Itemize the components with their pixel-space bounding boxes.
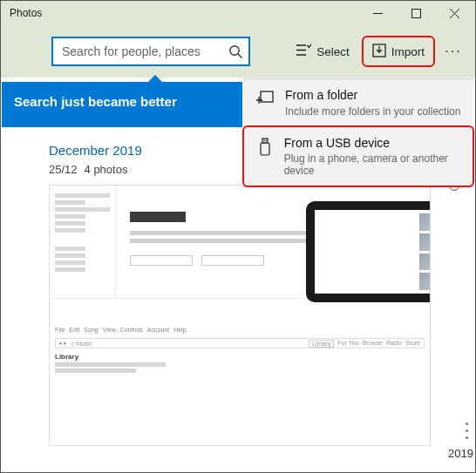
svg-rect-6: [263, 139, 264, 141]
search-icon[interactable]: [223, 44, 248, 59]
minimize-button[interactable]: [358, 1, 397, 25]
search-input[interactable]: [53, 44, 223, 58]
select-label: Select: [316, 45, 350, 58]
svg-rect-3: [261, 91, 273, 102]
photo-count: 4 photos: [85, 163, 128, 176]
tooltip-arrow-icon: [147, 75, 163, 83]
menu-item-sublabel: Plug in a phone, camera or another devic…: [284, 152, 460, 177]
select-icon: [296, 44, 311, 59]
timeline-scrubber[interactable]: [445, 180, 465, 462]
menu-item-label: From a USB device: [284, 136, 460, 152]
photos-window: Photos Select: [0, 0, 476, 473]
app-toolbar: Select Import ···: [1, 25, 475, 78]
svg-rect-4: [262, 139, 268, 143]
maximize-button[interactable]: [397, 1, 435, 25]
timeline-dots-icon: [466, 422, 468, 439]
search-tip-headline: Search just became better: [14, 94, 230, 109]
title-bar: Photos: [1, 1, 475, 25]
menu-item-label: From a folder: [285, 88, 460, 104]
usb-icon: [256, 136, 274, 157]
import-from-folder[interactable]: From a folder Include more folders in yo…: [243, 79, 473, 126]
laptop-image: [306, 201, 431, 302]
import-from-usb[interactable]: From a USB device Plug in a phone, camer…: [242, 125, 474, 188]
more-button[interactable]: ···: [439, 44, 468, 59]
menu-item-sublabel: Include more folders in your collection: [285, 105, 460, 118]
svg-rect-7: [265, 139, 266, 141]
svg-rect-0: [411, 9, 420, 17]
folder-add-icon: [255, 88, 275, 105]
date-value: 25/12: [49, 163, 78, 176]
import-menu: From a folder Include more folders in yo…: [243, 78, 473, 187]
timeline-year[interactable]: 2019: [448, 447, 473, 460]
search-tip-banner: Search just became better: [2, 82, 242, 127]
window-title: Photos: [10, 7, 358, 19]
select-button[interactable]: Select: [288, 36, 358, 67]
search-box[interactable]: [51, 37, 250, 66]
svg-rect-5: [261, 143, 269, 155]
import-icon: [372, 44, 386, 60]
import-label: Import: [391, 45, 425, 58]
import-button[interactable]: Import: [362, 36, 435, 67]
svg-point-1: [230, 45, 239, 54]
close-button[interactable]: [435, 1, 473, 25]
photo-thumbnail[interactable]: FileEditSongViewControlsAccountHelp ◂ ▸♫…: [49, 185, 431, 446]
